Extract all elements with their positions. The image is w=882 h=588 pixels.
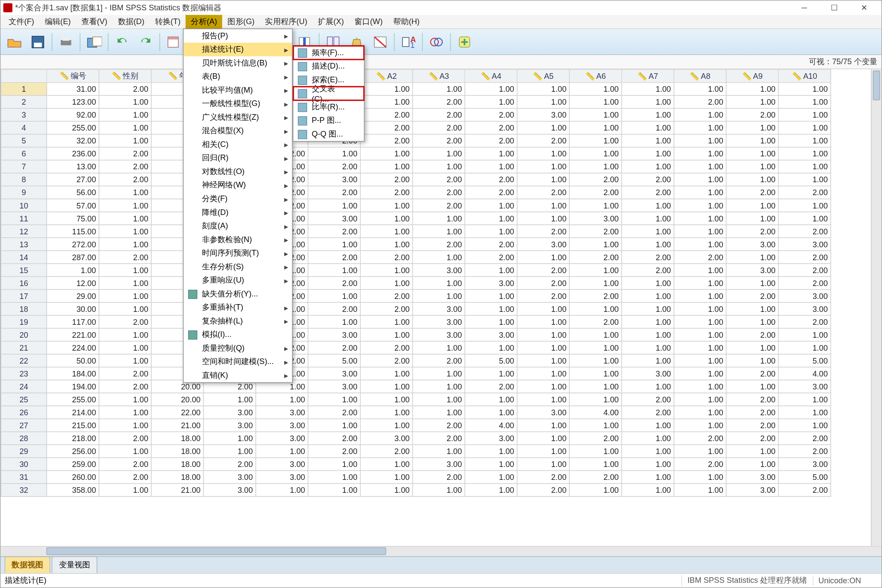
descriptive-stats-submenu[interactable]: 频率(F)...描述(D)...探索(E)...交叉表(C)...比率(R)..… xyxy=(293,45,365,142)
data-cell[interactable]: 13.00 xyxy=(47,160,99,173)
desc-item[interactable]: 比率(R)... xyxy=(293,100,364,114)
row-header[interactable]: 27 xyxy=(1,419,47,432)
data-cell[interactable]: 4.00 xyxy=(779,367,831,380)
analyze-item[interactable]: 一般线性模型(G)▸ xyxy=(183,97,292,111)
data-cell[interactable]: 1.00 xyxy=(517,328,569,341)
data-cell[interactable]: 2.00 xyxy=(308,251,360,264)
data-cell[interactable]: 2.00 xyxy=(517,289,569,302)
data-cell[interactable]: 1.00 xyxy=(569,160,621,173)
row-header[interactable]: 8 xyxy=(1,173,47,186)
row-header[interactable]: 28 xyxy=(1,432,47,445)
scroll-thumb[interactable] xyxy=(873,71,880,100)
data-cell[interactable]: 214.00 xyxy=(47,406,99,419)
row-header[interactable]: 26 xyxy=(1,406,47,419)
data-cell[interactable]: 2.00 xyxy=(413,432,465,445)
data-cell[interactable]: 12.00 xyxy=(47,277,99,289)
data-cell[interactable]: 1.00 xyxy=(674,238,726,251)
data-cell[interactable]: 1.00 xyxy=(413,160,465,173)
data-cell[interactable]: 3.00 xyxy=(308,328,360,341)
data-cell[interactable]: 3.00 xyxy=(308,173,360,186)
data-cell[interactable]: 29.00 xyxy=(47,289,99,302)
data-cell[interactable]: 1.00 xyxy=(360,82,413,95)
data-cell[interactable]: 2.00 xyxy=(465,380,517,393)
row-header[interactable]: 11 xyxy=(1,212,47,225)
data-cell[interactable]: 2.00 xyxy=(779,251,831,264)
data-cell[interactable]: 1.00 xyxy=(99,289,151,302)
data-cell[interactable]: 1.00 xyxy=(726,341,778,354)
analyze-item[interactable]: 降维(D)▸ xyxy=(183,206,292,220)
data-cell[interactable]: 1.00 xyxy=(517,315,569,328)
data-cell[interactable]: 1.00 xyxy=(413,277,465,289)
data-cell[interactable]: 1.00 xyxy=(360,277,413,289)
data-cell[interactable]: 1.00 xyxy=(779,134,831,147)
data-cell[interactable]: 2.00 xyxy=(308,160,360,173)
data-cell[interactable]: 2.00 xyxy=(308,406,360,419)
data-cell[interactable]: 1.00 xyxy=(47,264,99,277)
data-cell[interactable]: 2.00 xyxy=(621,406,674,419)
data-cell[interactable]: 3.00 xyxy=(204,470,256,483)
data-cell[interactable]: 2.00 xyxy=(621,173,674,186)
data-cell[interactable]: 1.00 xyxy=(726,212,778,225)
data-cell[interactable]: 1.00 xyxy=(569,341,621,354)
value-labels-icon[interactable]: A1 xyxy=(397,31,419,52)
analyze-item[interactable]: 报告(P)▸ xyxy=(183,29,292,43)
data-cell[interactable]: 3.00 xyxy=(779,380,831,393)
data-cell[interactable]: 1.00 xyxy=(465,406,517,419)
data-cell[interactable]: 3.00 xyxy=(204,406,256,419)
data-cell[interactable]: 2.00 xyxy=(726,406,778,419)
data-cell[interactable]: 1.00 xyxy=(308,238,360,251)
col-header[interactable]: 📏A6 xyxy=(569,69,621,82)
data-cell[interactable]: 1.00 xyxy=(569,109,621,121)
data-cell[interactable]: 1.00 xyxy=(99,212,151,225)
data-cell[interactable]: 2.00 xyxy=(726,109,778,121)
data-cell[interactable]: 1.00 xyxy=(674,470,726,483)
data-cell[interactable]: 1.00 xyxy=(517,367,569,380)
data-cell[interactable]: 1.00 xyxy=(465,445,517,457)
data-cell[interactable]: 3.00 xyxy=(413,315,465,328)
menu-4[interactable]: 转换(T) xyxy=(149,15,186,29)
data-cell[interactable]: 3.00 xyxy=(726,483,778,496)
data-cell[interactable]: 1.00 xyxy=(360,419,413,432)
data-cell[interactable]: 1.00 xyxy=(517,147,569,160)
data-cell[interactable]: 1.00 xyxy=(674,380,726,393)
row-header[interactable]: 7 xyxy=(1,160,47,173)
data-cell[interactable]: 3.00 xyxy=(621,367,674,380)
data-cell[interactable]: 1.00 xyxy=(360,199,413,212)
data-cell[interactable]: 31.00 xyxy=(47,82,99,95)
col-header[interactable]: 📏A9 xyxy=(726,69,778,82)
data-cell[interactable]: 1.00 xyxy=(517,199,569,212)
data-cell[interactable]: 2.00 xyxy=(413,354,465,367)
data-cell[interactable]: 3.00 xyxy=(256,406,308,419)
data-cell[interactable]: 1.00 xyxy=(674,445,726,457)
data-cell[interactable]: 1.00 xyxy=(621,212,674,225)
close-button[interactable]: ✕ xyxy=(850,1,879,14)
data-cell[interactable]: 3.00 xyxy=(413,264,465,277)
data-cell[interactable]: 2.00 xyxy=(99,160,151,173)
data-cell[interactable]: 1.00 xyxy=(569,367,621,380)
menu-7[interactable]: 实用程序(U) xyxy=(260,15,312,29)
select-cases-icon[interactable] xyxy=(369,31,391,52)
data-cell[interactable]: 2.00 xyxy=(726,186,778,199)
row-header[interactable]: 24 xyxy=(1,380,47,393)
data-cell[interactable]: 2.00 xyxy=(569,432,621,445)
data-cell[interactable]: 1.00 xyxy=(308,393,360,406)
analyze-item[interactable]: 刻度(A)▸ xyxy=(183,219,292,233)
data-cell[interactable]: 1.00 xyxy=(674,109,726,121)
data-cell[interactable]: 1.00 xyxy=(99,354,151,367)
data-cell[interactable]: 1.00 xyxy=(621,225,674,238)
data-cell[interactable]: 1.00 xyxy=(569,264,621,277)
data-cell[interactable]: 2.00 xyxy=(569,186,621,199)
data-cell[interactable]: 1.00 xyxy=(621,315,674,328)
data-cell[interactable]: 2.00 xyxy=(413,95,465,108)
data-cell[interactable]: 1.00 xyxy=(360,238,413,251)
data-cell[interactable]: 2.00 xyxy=(360,302,413,315)
row-header[interactable]: 1 xyxy=(1,82,47,95)
data-cell[interactable]: 2.00 xyxy=(360,121,413,134)
data-cell[interactable]: 1.00 xyxy=(569,393,621,406)
data-cell[interactable]: 2.00 xyxy=(308,225,360,238)
data-cell[interactable]: 1.00 xyxy=(674,264,726,277)
analyze-item[interactable]: 广义线性模型(Z)▸ xyxy=(183,111,292,124)
data-cell[interactable]: 1.00 xyxy=(465,199,517,212)
analyze-item[interactable]: 描述统计(E)▸ xyxy=(183,43,292,56)
data-cell[interactable]: 1.00 xyxy=(621,419,674,432)
